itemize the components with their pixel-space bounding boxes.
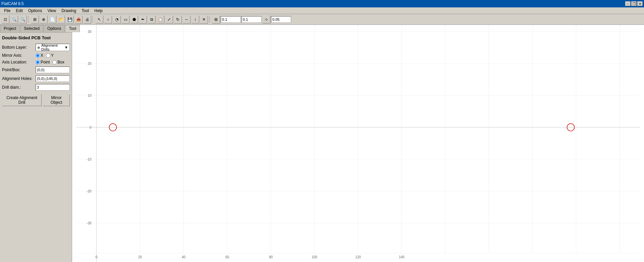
point-box-row: Point/Box: [2, 67, 70, 73]
svg-text:-20: -20 [87, 189, 92, 193]
tool-pointer[interactable]: ↖ [95, 15, 103, 24]
axis-location-row: Axis Location: Point Box [2, 60, 70, 64]
toolbar-y-input[interactable] [241, 16, 262, 23]
tool-paste[interactable]: 📋 [156, 15, 164, 24]
axis-location-point-label[interactable]: Point [36, 60, 50, 64]
mirror-axis-group: X Y [36, 53, 70, 58]
mirror-axis-x-radio[interactable] [36, 53, 40, 58]
tool-grid[interactable]: ⊞ [31, 15, 39, 24]
axis-location-point-radio[interactable] [36, 60, 40, 64]
svg-text:20: 20 [138, 255, 142, 259]
drill-diam-label: Drill diam.: [2, 85, 36, 90]
svg-text:0: 0 [96, 255, 98, 259]
svg-text:10: 10 [88, 94, 92, 97]
titlebar-title: FlatCAM 8.5 [1, 1, 24, 6]
drill-diam-control [36, 84, 70, 91]
tool-polygon[interactable]: ⬟ [130, 15, 138, 24]
tool-circle[interactable]: ○ [104, 15, 112, 24]
main-container: Project Selected Options Tool Double-Sid… [0, 25, 644, 262]
toolbar-grid-icon: ⊞ [212, 15, 220, 24]
axis-location-label: Axis Location: [2, 60, 36, 64]
mirror-axis-row: Mirror Axis: X Y [2, 53, 70, 58]
titlebar-controls: − ❐ ✕ [625, 1, 643, 6]
svg-text:140: 140 [399, 255, 405, 259]
tab-tool[interactable]: Tool [65, 25, 80, 32]
tool-copy[interactable]: ⧉ [148, 15, 156, 24]
toolbar-step-icon: ⊹ [262, 15, 270, 24]
canvas-area[interactable]: 30 20 10 0 -10 -20 -30 0 20 40 60 80 100… [72, 25, 644, 262]
point-box-label: Point/Box: [2, 68, 36, 72]
tool-arc[interactable]: ◔ [113, 15, 121, 24]
tool-new[interactable]: 📄 [48, 15, 56, 24]
tool-move[interactable]: ⤢ [165, 15, 173, 24]
svg-text:60: 60 [225, 255, 229, 259]
tool-zoom-fit[interactable]: ⊡ [1, 15, 9, 24]
svg-text:120: 120 [355, 255, 361, 259]
bottom-layer-dropdown[interactable]: ⊕ Alignment Drills ▼ [36, 44, 70, 51]
tool-flip-v[interactable]: ↕ [191, 15, 199, 24]
tool-export[interactable]: 📤 [74, 15, 83, 24]
menu-edit[interactable]: Edit [13, 8, 25, 14]
menu-tool[interactable]: Tool [79, 8, 92, 14]
alignment-holes-row: Alignment Holes: [2, 75, 70, 82]
tool-print[interactable]: 🖨 [83, 15, 91, 24]
tab-options[interactable]: Options [44, 25, 65, 32]
tab-selected[interactable]: Selected [20, 25, 43, 32]
tool-flip-h[interactable]: ↔ [182, 15, 191, 24]
bottom-layer-row: Bottom Layer: ⊕ Alignment Drills ▼ [2, 44, 70, 51]
mirror-axis-y-text: Y [51, 53, 54, 58]
axis-location-box-label[interactable]: Box [52, 60, 64, 64]
mirror-axis-label: Mirror Axis: [2, 53, 36, 58]
mirror-axis-y-label[interactable]: Y [46, 53, 54, 58]
tool-snap[interactable]: ⊕ [40, 15, 48, 24]
mirror-object-button[interactable]: Mirror Object [43, 94, 70, 106]
tool-open[interactable]: 📂 [57, 15, 65, 24]
canvas-svg: 30 20 10 0 -10 -20 -30 0 20 40 60 80 100… [72, 25, 644, 262]
tool-save[interactable]: 💾 [66, 15, 74, 24]
mirror-axis-x-text: X [41, 53, 43, 58]
tool-zoom-in[interactable]: 🔍 [10, 15, 18, 24]
panel-title: Double-Sided PCB Tool [2, 35, 70, 40]
svg-text:80: 80 [269, 255, 273, 259]
svg-text:-30: -30 [87, 221, 92, 225]
svg-text:40: 40 [182, 255, 186, 259]
svg-text:0: 0 [90, 126, 92, 129]
restore-button[interactable]: ❐ [631, 1, 637, 6]
axis-location-point-text: Point [41, 60, 50, 64]
menu-help[interactable]: Help [92, 8, 105, 14]
mirror-axis-x-label[interactable]: X [36, 53, 43, 58]
drill-diam-input[interactable] [36, 84, 70, 91]
panel-content: Double-Sided PCB Tool Bottom Layer: ⊕ Al… [0, 33, 72, 262]
tool-path[interactable]: ✒ [139, 15, 147, 24]
create-alignment-drill-button[interactable]: Create Alignment Drill [2, 94, 42, 106]
menu-file[interactable]: File [1, 8, 13, 14]
action-buttons: Create Alignment Drill Mirror Object [2, 94, 70, 106]
toolbar-x-input[interactable] [221, 16, 241, 23]
menubar: File Edit Options View Drawing Tool Help [0, 7, 644, 14]
point-box-control [36, 67, 70, 73]
drill-diam-row: Drill diam.: [2, 84, 70, 91]
alignment-holes-label: Alignment Holes: [2, 76, 36, 81]
titlebar: FlatCAM 8.5 − ❐ ✕ [0, 0, 644, 7]
axis-location-box-radio[interactable] [52, 60, 57, 64]
axis-location-box-text: Box [57, 60, 64, 64]
close-button[interactable]: ✕ [637, 1, 643, 6]
menu-view[interactable]: View [45, 8, 59, 14]
toolbar-step-input[interactable] [271, 16, 291, 23]
tab-bar: Project Selected Options Tool [0, 25, 72, 33]
tool-rotate-cw[interactable]: ↻ [174, 15, 182, 24]
bottom-layer-label: Bottom Layer: [2, 45, 36, 50]
svg-text:100: 100 [312, 255, 317, 259]
minimize-button[interactable]: − [625, 1, 631, 6]
alignment-holes-input[interactable] [36, 75, 70, 82]
tool-zoom-out[interactable]: 🔍 [19, 15, 27, 24]
tab-project[interactable]: Project [0, 25, 20, 32]
menu-options[interactable]: Options [25, 8, 45, 14]
tool-delete[interactable]: ✕ [200, 15, 208, 24]
tool-rect[interactable]: ▭ [121, 15, 129, 24]
bottom-layer-value: Alignment Drills [41, 43, 63, 51]
mirror-axis-y-radio[interactable] [46, 53, 50, 58]
axis-location-group: Point Box [36, 60, 70, 64]
menu-drawing[interactable]: Drawing [59, 8, 79, 14]
point-box-input[interactable] [36, 67, 70, 73]
